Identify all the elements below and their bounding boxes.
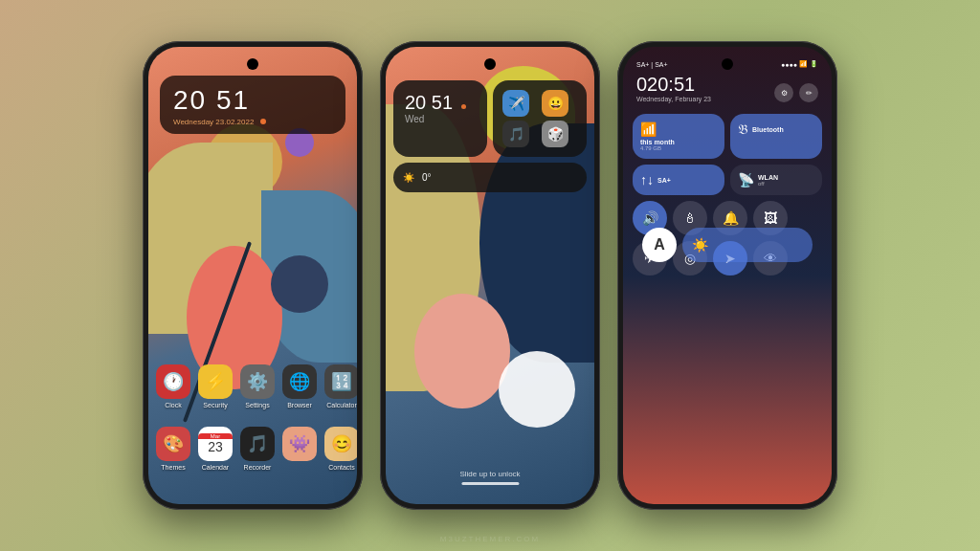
p3-settings-icon[interactable]: ⚙ xyxy=(774,83,793,102)
data-usage-amount: 4.79 GB xyxy=(640,145,717,151)
camera-punch-hole xyxy=(247,58,258,70)
p3-edit-icon[interactable]: ✏ xyxy=(799,83,818,102)
app-icons-widget: ✈️ 😀 🎵 🎲 xyxy=(493,80,587,157)
phone-2-wallpaper: 20 51 Wed ✈️ 😀 🎵 🎲 xyxy=(386,47,594,504)
app-browser-label: Browser xyxy=(287,402,312,408)
app-clock-label: Clock xyxy=(165,402,182,408)
p2-art-pink xyxy=(414,294,510,408)
art-blue-circle xyxy=(271,255,328,313)
mini-app-3[interactable]: 🎵 xyxy=(502,121,529,147)
app-calculator-icon: 🔢 xyxy=(324,364,357,399)
app-grid-row2: 🎨 Themes Mar 23 Calendar 🎵 Recorder xyxy=(156,427,349,471)
app-clock[interactable]: 🕐 Clock xyxy=(156,364,190,408)
data-usage-panel[interactable]: 📶 this month 4.79 GB xyxy=(633,114,724,159)
app-security-label: Security xyxy=(203,402,227,408)
app-recorder-label: Recorder xyxy=(244,464,272,471)
app-calendar-label: Calendar xyxy=(202,464,229,471)
slide-bar xyxy=(461,482,519,485)
p3-camera-punch-hole xyxy=(722,58,733,70)
sa-plus-label: SA+ xyxy=(657,177,671,184)
app-calendar[interactable]: Mar 23 Calendar xyxy=(198,427,233,471)
app-contacts-icon: 😊 xyxy=(324,427,357,461)
p3-wifi-icon: 📶 xyxy=(799,60,808,68)
phone-1: 20 51 Wednesday 23.02.2022 🕐 Clock ⚡ Sec… xyxy=(143,41,363,510)
bluetooth-panel[interactable]: 𝔅 Bluetooth xyxy=(730,114,822,159)
p3-date: Wednesday, February 23 xyxy=(636,96,711,102)
slide-unlock-text: Slide up to unlock xyxy=(459,470,520,478)
wlan-panel[interactable]: 📡 WLAN off xyxy=(730,165,822,195)
clock-widget-2: 20 51 Wed xyxy=(393,80,487,157)
mini-app-1[interactable]: ✈️ xyxy=(502,90,529,117)
control-row-1: 📶 this month 4.79 GB 𝔅 Bluetooth xyxy=(633,114,822,159)
widget-cluster: 20 51 Wed ✈️ 😀 🎵 🎲 xyxy=(393,80,587,192)
wlan-status: off xyxy=(758,181,778,187)
weather-content: ☀️ 0° xyxy=(403,172,577,183)
phones-container: 20 51 Wednesday 23.02.2022 🕐 Clock ⚡ Sec… xyxy=(0,0,980,551)
mini-app-4[interactable]: 🎲 xyxy=(542,121,568,147)
data-usage-label: this month xyxy=(640,139,717,145)
phone-2: 20 51 Wed ✈️ 😀 🎵 🎲 xyxy=(380,41,600,510)
app-calendar-icon: Mar 23 xyxy=(198,427,233,461)
p3-status-icons: ●●●● 📶 🔋 xyxy=(781,60,818,68)
app-security[interactable]: ⚡ Security xyxy=(198,364,233,408)
app-themes-label: Themes xyxy=(161,464,185,471)
accessibility-btn[interactable]: A xyxy=(642,228,677,262)
w2-clock-time: 20 51 xyxy=(405,92,476,114)
p3-top-right-icons: ⚙ ✏ xyxy=(774,83,818,102)
app-browser[interactable]: 🌐 Browser xyxy=(282,364,317,408)
app-extra[interactable]: 👾 xyxy=(282,427,317,471)
app-contacts[interactable]: 😊 Contacts xyxy=(324,427,357,471)
app-browser-icon: 🌐 xyxy=(282,364,317,399)
mini-app-grid: ✈️ 😀 🎵 🎲 xyxy=(502,90,577,147)
p3-time: 020:51 xyxy=(636,74,711,96)
weather-temp: 0° xyxy=(422,172,432,183)
control-panels: 📶 this month 4.79 GB 𝔅 Bluetooth xyxy=(633,114,822,281)
p3-time-area: 020:51 Wednesday, February 23 xyxy=(636,74,711,102)
p3-battery-icon: 🔋 xyxy=(810,60,818,68)
phone-3: SA+ | SA+ ●●●● 📶 🔋 020:51 Wednesday, Feb… xyxy=(617,41,837,510)
phone-1-screen: 20 51 Wednesday 23.02.2022 🕐 Clock ⚡ Sec… xyxy=(148,47,357,504)
app-grid-row1: 🕐 Clock ⚡ Security ⚙️ Settings 🌐 Browser xyxy=(156,364,349,408)
w2-clock-dot xyxy=(461,104,466,109)
app-recorder[interactable]: 🎵 Recorder xyxy=(240,427,275,471)
app-themes[interactable]: 🎨 Themes xyxy=(156,427,190,471)
bluetooth-icon: 𝔅 xyxy=(738,121,748,138)
weather-icon: ☀️ xyxy=(403,172,414,183)
app-security-icon: ⚡ xyxy=(198,364,233,399)
signal-bars-icon: ↑↓ xyxy=(640,172,654,187)
bluetooth-label: Bluetooth xyxy=(752,126,784,133)
brightness-icon: ☀️ xyxy=(692,237,708,253)
wlan-icon: 📡 xyxy=(738,172,754,187)
p3-signal-icon: ●●●● xyxy=(781,61,797,68)
clock-widget-1: 20 51 Wednesday 23.02.2022 xyxy=(160,76,345,134)
phone-2-screen: 20 51 Wed ✈️ 😀 🎵 🎲 xyxy=(386,47,594,504)
app-calculator[interactable]: 🔢 Calculator xyxy=(324,364,357,408)
sa-plus-panel[interactable]: ↑↓ SA+ xyxy=(633,165,724,195)
brightness-slider[interactable]: ☀️ xyxy=(682,228,813,262)
control-row-2: ↑↓ SA+ 📡 WLAN off xyxy=(633,165,822,195)
app-settings-icon: ⚙️ xyxy=(240,364,275,399)
app-contacts-label: Contacts xyxy=(328,464,355,471)
clock-dot xyxy=(260,119,266,124)
p2-art-white-circle xyxy=(499,351,575,428)
app-calculator-label: Calculator xyxy=(326,402,357,408)
slide-unlock[interactable]: Slide up to unlock xyxy=(459,470,520,485)
app-themes-icon: 🎨 xyxy=(156,427,190,461)
mini-app-2[interactable]: 😀 xyxy=(542,90,568,117)
p3-bottom-bar: A ☀️ xyxy=(642,228,813,262)
app-clock-icon: 🕐 xyxy=(156,364,190,399)
p3-carrier: SA+ | SA+ xyxy=(636,61,668,68)
phone-3-control-center: SA+ | SA+ ●●●● 📶 🔋 020:51 Wednesday, Feb… xyxy=(623,47,832,504)
phone-3-screen: SA+ | SA+ ●●●● 📶 🔋 020:51 Wednesday, Feb… xyxy=(623,47,832,504)
app-settings[interactable]: ⚙️ Settings xyxy=(240,364,275,408)
clock-date-1: Wednesday 23.02.2022 xyxy=(173,118,332,126)
weather-widget: ☀️ 0° xyxy=(393,163,587,192)
wlan-label: WLAN xyxy=(758,174,778,181)
phone-1-wallpaper: 20 51 Wednesday 23.02.2022 🕐 Clock ⚡ Sec… xyxy=(148,47,357,504)
w2-clock-day: Wed xyxy=(405,114,476,124)
p2-camera-punch-hole xyxy=(484,58,496,70)
clock-time-1: 20 51 xyxy=(173,85,332,116)
app-settings-label: Settings xyxy=(245,402,269,408)
data-usage-icon: 📶 xyxy=(640,121,717,137)
app-extra-icon: 👾 xyxy=(282,427,317,461)
